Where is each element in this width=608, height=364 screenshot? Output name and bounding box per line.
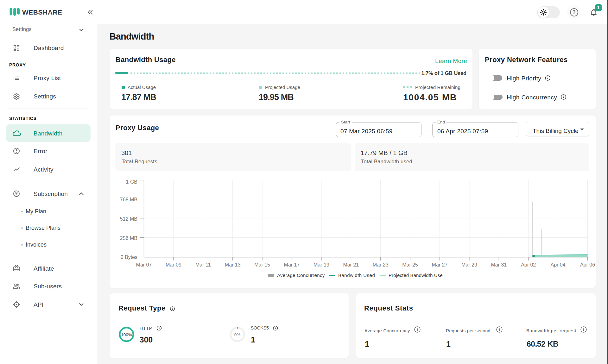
svg-text:Mar 19: Mar 19 xyxy=(314,262,329,267)
svg-text:Apr 02: Apr 02 xyxy=(521,262,536,267)
svg-text:Mar 13: Mar 13 xyxy=(225,262,241,267)
svg-text:Mar 09: Mar 09 xyxy=(166,262,181,267)
svg-text:Mar 17: Mar 17 xyxy=(284,262,300,267)
svg-text:768 MB: 768 MB xyxy=(120,197,137,202)
svg-text:100%: 100% xyxy=(121,332,132,337)
svg-text:512 MB: 512 MB xyxy=(120,216,137,222)
svg-text:Mar 23: Mar 23 xyxy=(373,262,389,267)
svg-text:Mar 29: Mar 29 xyxy=(461,262,477,267)
svg-text:1 GB: 1 GB xyxy=(126,179,137,185)
svg-text:Mar 21: Mar 21 xyxy=(343,262,359,267)
svg-text:Apr 04: Apr 04 xyxy=(551,262,566,267)
svg-text:Apr 06: Apr 06 xyxy=(580,262,595,267)
svg-text:Mar 27: Mar 27 xyxy=(432,262,448,267)
svg-text:Mar 11: Mar 11 xyxy=(195,262,211,267)
svg-text:256 MB: 256 MB xyxy=(120,235,137,241)
svg-text:Mar 15: Mar 15 xyxy=(254,262,270,267)
svg-text:Mar 07: Mar 07 xyxy=(136,262,152,267)
svg-text:Mar 31: Mar 31 xyxy=(491,262,507,267)
svg-text:0%: 0% xyxy=(234,332,241,337)
svg-text:0 Bytes: 0 Bytes xyxy=(121,254,137,260)
svg-text:Mar 25: Mar 25 xyxy=(402,262,418,267)
